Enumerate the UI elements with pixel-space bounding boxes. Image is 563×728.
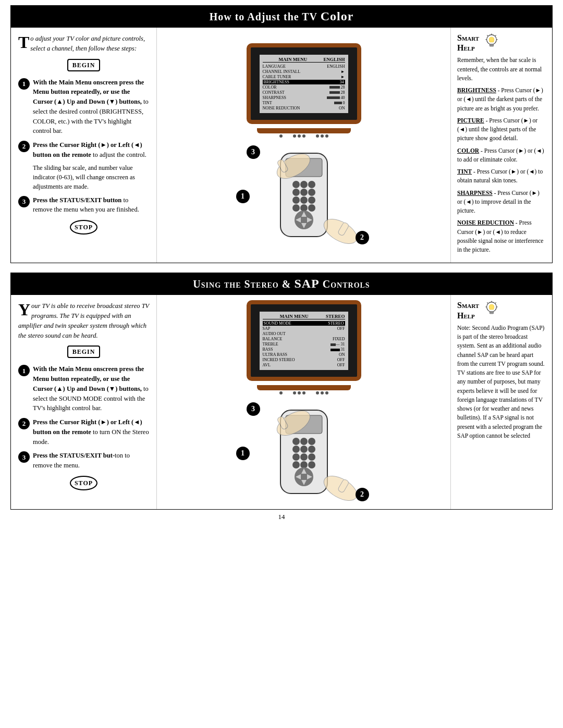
tv2-row-soundmode: SOUND MODESTEREO — [263, 321, 345, 326]
remote-area-2: 3 1 2 — [228, 400, 380, 504]
svg-point-6 — [300, 189, 308, 196]
section2-drop-cap: Y — [18, 303, 30, 317]
svg-line-59 — [495, 303, 496, 303]
smart-help-remember: Remember, when the bar scale is centered… — [457, 56, 546, 83]
tv2-row-audioout: AUDIO OUT — [263, 331, 345, 336]
tv-row-sharpness: SHARPNESS 40 — [263, 95, 345, 100]
smart-help-tint: TINT - Press Cursor (►) or (◄) to obtain… — [457, 167, 546, 186]
smart-help-brightness: BRIGHTNESS - Press Cursor (►) or (◄) unt… — [457, 86, 546, 113]
tv-mockup-2: MAIN MENU STEREO SOUND MODESTEREO SAPOFF… — [247, 300, 361, 394]
step1-2-text: Press the Cursor Right (►) or Left (◄) b… — [33, 140, 149, 160]
smart-help-header-1: Smart Help — [457, 33, 546, 53]
tv-screen-inner-1: MAIN MENU ENGLISH LANGUAGEENGLISH CHANNE… — [251, 47, 357, 120]
section2: Using the Stereo & SAP Controls Your TV … — [10, 273, 553, 510]
step2-1-text: With the Main Menu onscreen press the Me… — [33, 364, 149, 413]
tv2-row-balance: BALANCEFIXED — [263, 337, 345, 341]
tv-base-1 — [247, 128, 361, 133]
tv-mockup-1: MAIN MENU ENGLISH LANGUAGEENGLISH CHANNE… — [247, 43, 361, 138]
svg-point-9 — [300, 196, 308, 204]
svg-line-58 — [487, 303, 487, 303]
svg-point-43 — [300, 461, 308, 468]
section1-header: How to Adjust the TV Color — [10, 5, 553, 28]
tv-row-contrast: CONTRAST 28 — [263, 90, 345, 95]
begin-badge-1: BEGIN — [18, 57, 149, 73]
tv-menu-title-1: MAIN MENU ENGLISH — [263, 57, 345, 63]
svg-rect-56 — [490, 313, 494, 314]
tv-row-brightness: BRIGHTNESS 34 — [263, 80, 345, 84]
svg-point-38 — [308, 446, 315, 453]
remote-step1-badge: 1 — [236, 190, 250, 203]
svg-point-8 — [292, 196, 300, 204]
bulb-icon-1 — [482, 33, 501, 52]
begin-badge-2: BEGIN — [18, 343, 149, 360]
section1-smart-help: Smart Help — [450, 28, 552, 263]
smart-help-title-1b: Help — [457, 43, 479, 53]
svg-rect-25 — [490, 45, 494, 46]
svg-point-42 — [292, 461, 300, 468]
section2-intro-text: Your TV is able to receive broadcast ste… — [18, 301, 149, 340]
smart-help-color: COLOR - Press Cursor (►) or (◄) to add o… — [457, 146, 546, 165]
section2-title: Using the Stereo & SAP Controls — [193, 278, 370, 290]
stop-badge-2: STOP — [18, 474, 149, 492]
step1-1: 1 With the Main Menu onscreen press the … — [18, 78, 149, 137]
section1-images: MAIN MENU ENGLISH LANGUAGEENGLISH CHANNE… — [157, 28, 450, 263]
smart-help-header-2: Smart Help — [457, 300, 546, 320]
tv-screen-inner-2: MAIN MENU STEREO SOUND MODESTEREO SAPOFF… — [251, 304, 357, 377]
svg-point-11 — [292, 204, 300, 212]
svg-point-39 — [292, 453, 300, 461]
step2-2-text: Press the Cursor Right (►) or Left (◄) b… — [33, 417, 149, 447]
section1-title-highlight: Color — [321, 9, 354, 23]
smart-help-body-2: Note: Second Audio Program (SAP) is part… — [457, 324, 546, 440]
smart-help-title-1: Smart — [457, 33, 479, 43]
step2-1: 1 With the Main Menu onscreen press the … — [18, 364, 149, 413]
svg-point-13 — [308, 204, 315, 212]
page-number: 14 — [10, 513, 553, 521]
svg-point-3 — [300, 181, 308, 188]
svg-point-7 — [308, 189, 315, 196]
svg-point-33 — [292, 438, 300, 445]
bulb-icon-2 — [482, 300, 501, 319]
section1-intro-text: To adjust your TV color and picture cont… — [18, 34, 149, 54]
step1-3: 3 Press the STATUS/EXIT button to remove… — [18, 195, 149, 215]
remote2-step1-badge: 1 — [236, 447, 250, 460]
step1-2-circle: 2 — [18, 141, 30, 152]
tv-screen-1: MAIN MENU ENGLISH LANGUAGEENGLISH CHANNE… — [247, 43, 361, 124]
section1-note: The sliding bar scale, and number value … — [33, 163, 149, 191]
section1-title: How to Adjust the TV — [210, 11, 321, 22]
svg-point-37 — [300, 446, 308, 453]
tv-controls-1 — [247, 134, 361, 138]
section2-smart-help: Smart Help — [450, 295, 552, 509]
remote-svg-2 — [228, 400, 380, 504]
tv-controls-2 — [247, 391, 361, 394]
section1-instructions: To adjust your TV color and picture cont… — [11, 28, 157, 263]
remote2-step3-badge: 3 — [247, 402, 260, 416]
svg-point-10 — [308, 196, 315, 204]
tv-menu-1: MAIN MENU ENGLISH LANGUAGEENGLISH CHANNE… — [260, 55, 348, 113]
tv2-row-treble: TREBLE— 31 — [263, 342, 345, 347]
smart-help-body-1: Remember, when the bar scale is centered… — [457, 56, 546, 254]
step2-3: 3 Press the STATUS/EXIT but-ton to remov… — [18, 451, 149, 471]
section2-instructions: Your TV is able to receive broadcast ste… — [11, 295, 157, 509]
remote2-step2-badge: 2 — [356, 488, 369, 501]
step1-1-text: With the Main Menu onscreen press the Me… — [33, 78, 149, 137]
tv-menu-title-2: MAIN MENU STEREO — [263, 314, 345, 319]
remote-step2-badge: 2 — [356, 231, 369, 244]
step2-2: 2 Press the Cursor Right (►) or Left (◄)… — [18, 417, 149, 447]
tv-row-tint: TINT 0 — [263, 101, 345, 105]
page: How to Adjust the TV Color To adjust you… — [0, 0, 563, 526]
remote-area-1: 3 1 2 — [228, 143, 380, 247]
tv-row-channel: CHANNEL INSTALL► — [263, 69, 345, 74]
step2-3-text: Press the STATUS/EXIT but-ton to remove … — [33, 451, 149, 471]
smart-help-picture: PICTURE - Press Cursor (►) or (◄) until … — [457, 116, 546, 143]
svg-point-41 — [308, 453, 315, 461]
tv2-row-bass: BASS 31 — [263, 347, 345, 352]
tv-menu-2: MAIN MENU STEREO SOUND MODESTEREO SAPOFF… — [260, 312, 348, 370]
svg-point-34 — [300, 438, 308, 445]
svg-line-27 — [487, 35, 487, 35]
smart-help-sharpness: SHARPNESS - Press Cursor (►) or (◄) to i… — [457, 189, 546, 216]
tv-row-noise: NOISE REDUCTIONON — [263, 106, 345, 110]
smart-help-noise: NOISE REDUCTION - Press Cursor (►) or (◄… — [457, 218, 546, 254]
svg-point-35 — [308, 438, 315, 445]
tv-row-language: LANGUAGEENGLISH — [263, 64, 345, 69]
step2-3-circle: 3 — [18, 451, 30, 463]
